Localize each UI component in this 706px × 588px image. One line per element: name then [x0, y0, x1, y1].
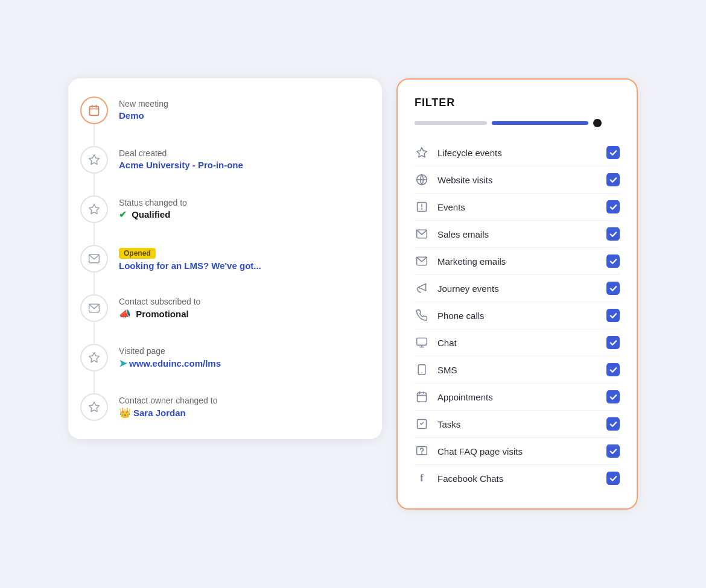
filter-item-chat[interactable]: Chat — [415, 329, 620, 356]
filter-item-appointments[interactable]: Appointments — [415, 384, 620, 411]
chat-checkbox[interactable] — [606, 336, 620, 349]
faq-icon — [415, 444, 429, 458]
svg-marker-10 — [417, 148, 427, 157]
tasks-checkbox[interactable] — [606, 417, 620, 431]
sales-email-icon — [415, 227, 429, 241]
filter-item-lifecycle[interactable]: Lifecycle events — [415, 139, 620, 166]
timeline-label: New meeting — [119, 99, 168, 109]
lifecycle-checkbox[interactable] — [606, 146, 620, 159]
svg-marker-8 — [89, 353, 100, 362]
phone-label: Phone calls — [437, 311, 598, 321]
timeline-item-email-opened: Opened Looking for an LMS? We've got... — [80, 245, 364, 294]
filter-slider[interactable] — [415, 119, 620, 127]
appointments-icon — [415, 390, 429, 404]
timeline-content-owner: Contact owner changed to 👑Sara Jordan — [119, 393, 217, 419]
marketing-emails-label: Marketing emails — [437, 256, 598, 267]
filter-items-list: Lifecycle events Website visits — [415, 139, 620, 492]
timeline-value[interactable]: Acme University - Pro-in-one — [119, 160, 243, 170]
timeline-item-new-meeting: New meeting Demo — [80, 96, 364, 146]
timeline-item-deal-created: Deal created Acme University - Pro-in-on… — [80, 146, 364, 195]
sales-emails-checkbox[interactable] — [606, 227, 620, 241]
tasks-label: Tasks — [437, 419, 598, 429]
filter-title: FILTER — [415, 96, 620, 109]
svg-marker-5 — [89, 204, 100, 214]
sms-icon — [415, 362, 429, 377]
filter-item-marketing-emails[interactable]: Marketing emails — [415, 248, 620, 275]
sales-emails-label: Sales emails — [437, 229, 598, 239]
chat-icon — [415, 335, 429, 350]
opened-badge: Opened — [119, 248, 156, 259]
tasks-icon — [415, 417, 429, 431]
journey-checkbox[interactable] — [606, 282, 620, 295]
filter-item-journey[interactable]: Journey events — [415, 275, 620, 302]
slider-thumb[interactable] — [593, 119, 602, 127]
phone-checkbox[interactable] — [606, 309, 620, 322]
timeline-panel: New meeting Demo Deal created Acme Unive… — [68, 78, 382, 439]
timeline-item-visited-page: Visited page ➤www.eduinc.com/lms — [80, 344, 364, 393]
email-icon — [80, 245, 108, 273]
events-checkbox[interactable] — [606, 200, 620, 213]
promotional-value: 📣 Promotional — [119, 308, 200, 320]
lifecycle-icon — [415, 145, 429, 160]
chat-faq-checkbox[interactable] — [606, 444, 620, 458]
page-url[interactable]: ➤www.eduinc.com/lms — [119, 358, 221, 369]
checkmark-icon: ✔ — [119, 209, 127, 220]
timeline-value-qualified: ✔ Qualified — [119, 209, 187, 220]
timeline-label-subscribed: Contact subscribed to — [119, 297, 200, 306]
megaphone-icon — [415, 281, 429, 296]
facebook-icon: f — [415, 471, 429, 485]
facebook-checkbox[interactable] — [606, 472, 620, 485]
filter-item-tasks[interactable]: Tasks — [415, 411, 620, 438]
filter-item-sms[interactable]: SMS — [415, 356, 620, 384]
chat-faq-label: Chat FAQ page visits — [437, 446, 598, 457]
filter-item-facebook[interactable]: f Facebook Chats — [415, 465, 620, 492]
timeline-content: Deal created Acme University - Pro-in-on… — [119, 146, 243, 170]
sms-checkbox[interactable] — [606, 363, 620, 376]
svg-point-29 — [422, 453, 422, 454]
appointments-checkbox[interactable] — [606, 390, 620, 403]
website-checkbox[interactable] — [606, 173, 620, 186]
filter-item-website[interactable]: Website visits — [415, 166, 620, 194]
svg-rect-18 — [417, 338, 427, 346]
timeline-content-subscribed: Contact subscribed to 📣 Promotional — [119, 294, 200, 320]
website-label: Website visits — [437, 175, 598, 185]
filter-item-sales-emails[interactable]: Sales emails — [415, 221, 620, 248]
fb-letter: f — [420, 473, 423, 484]
marketing-email-icon — [415, 254, 429, 268]
slider-track — [415, 121, 487, 125]
chat-label: Chat — [437, 338, 598, 348]
timeline-content-visited: Visited page ➤www.eduinc.com/lms — [119, 344, 221, 369]
owner-name[interactable]: 👑Sara Jordan — [119, 407, 217, 419]
svg-marker-4 — [89, 155, 100, 165]
timeline-value[interactable]: Demo — [119, 110, 168, 121]
svg-marker-9 — [89, 402, 100, 412]
star-icon-4 — [80, 393, 108, 421]
email-subject[interactable]: Looking for an LMS? We've got... — [119, 261, 261, 271]
svg-rect-0 — [90, 106, 99, 115]
globe-icon — [415, 172, 429, 187]
star-icon — [80, 146, 108, 174]
timeline: New meeting Demo Deal created Acme Unive… — [80, 96, 364, 421]
filter-panel: FILTER Lifecycle events — [396, 78, 638, 510]
lifecycle-label: Lifecycle events — [437, 148, 598, 158]
marketing-emails-checkbox[interactable] — [606, 254, 620, 268]
phone-icon — [415, 308, 429, 323]
sms-label: SMS — [437, 365, 598, 375]
timeline-label: Deal created — [119, 148, 243, 158]
filter-item-events[interactable]: Events — [415, 194, 620, 221]
svg-rect-23 — [418, 393, 427, 402]
timeline-content: Status changed to ✔ Qualified — [119, 195, 187, 220]
events-icon — [415, 200, 429, 214]
slider-fill — [492, 121, 588, 125]
crown-icon: 👑 — [119, 408, 131, 418]
facebook-label: Facebook Chats — [437, 473, 598, 484]
cursor-icon: ➤ — [119, 358, 127, 368]
filter-item-phone[interactable]: Phone calls — [415, 302, 620, 329]
visited-label: Visited page — [119, 346, 221, 356]
timeline-item-owner-changed: Contact owner changed to 👑Sara Jordan — [80, 393, 364, 421]
timeline-content-email: Opened Looking for an LMS? We've got... — [119, 245, 261, 271]
megaphone-emoji: 📣 — [119, 309, 131, 319]
star-icon-2 — [80, 195, 108, 223]
journey-label: Journey events — [437, 283, 598, 294]
filter-item-chat-faq[interactable]: Chat FAQ page visits — [415, 438, 620, 465]
